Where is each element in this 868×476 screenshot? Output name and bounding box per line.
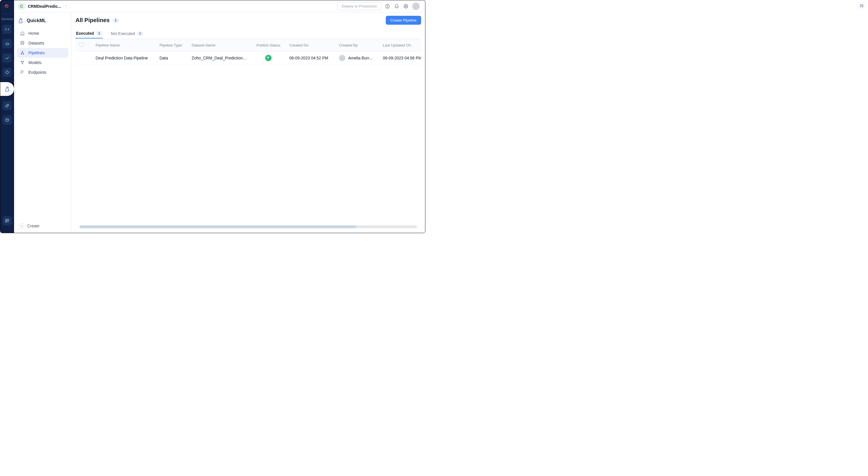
rail-item-cloud[interactable] <box>3 39 12 48</box>
tab-count-badge: 1 <box>96 31 102 35</box>
status-tabs: Executed 1 Not Executed 0 <box>75 29 421 39</box>
cloud-icon <box>5 41 9 46</box>
svg-point-2 <box>6 120 7 120</box>
col-dataset-name[interactable]: Dataset Name <box>188 39 252 51</box>
rail-item-metrics[interactable] <box>3 53 12 63</box>
sidebar-item-models[interactable]: Models <box>17 58 68 67</box>
sidebar-item-home[interactable]: Home <box>17 28 68 38</box>
svg-point-15 <box>21 61 22 62</box>
tab-executed[interactable]: Executed 1 <box>75 29 103 38</box>
settings-icon[interactable] <box>403 3 409 9</box>
user-avatar-small <box>339 55 345 61</box>
swirl-icon <box>4 3 10 9</box>
sidebar-item-label: Datasets <box>28 41 44 46</box>
svg-point-0 <box>8 87 9 88</box>
tab-not-executed[interactable]: Not Executed 0 <box>110 29 144 38</box>
table-head: Pipeline Name Pipeline Type Dataset Name… <box>75 39 421 51</box>
svg-point-13 <box>21 54 22 55</box>
rail-item-bot[interactable] <box>3 115 12 125</box>
svg-point-11 <box>21 41 24 42</box>
cell-created-by: Amelia Burr... <box>339 55 375 61</box>
tab-count-badge: 0 <box>137 32 143 36</box>
project-name: CRMDealPredic... <box>28 4 61 9</box>
sidebar-item-datasets[interactable]: Datasets <box>17 38 68 48</box>
cell-pipeline-type: Data <box>156 51 188 65</box>
user-avatar[interactable] <box>412 2 420 10</box>
cell-created-on: 06-09-2023 04:52 PM <box>285 51 335 65</box>
svg-rect-4 <box>6 219 7 220</box>
sidebar-item-label: Endpoints <box>28 70 46 75</box>
sidebar-item-pipelines[interactable]: Pipelines <box>17 48 68 58</box>
bot-icon <box>5 118 9 122</box>
apps-grid-icon <box>5 218 9 223</box>
table-row[interactable]: Deal Prediction Data Pipeline Data Zoho_… <box>75 51 421 65</box>
diamond-icon <box>5 70 9 75</box>
rail-item-code[interactable] <box>3 25 12 34</box>
create-label: Create <box>27 224 39 228</box>
database-icon <box>20 40 25 46</box>
deploy-button[interactable]: Deploy to Production <box>337 2 381 10</box>
pipelines-table-scroll[interactable]: Pipeline Name Pipeline Type Dataset Name… <box>75 39 421 224</box>
sidebar-item-label: Home <box>28 31 39 36</box>
cell-dataset-name: Zoho_CRM_Deal_Prediction_Sa... <box>188 51 252 65</box>
plus-icon: + <box>19 223 24 229</box>
col-created-by[interactable]: Created By <box>335 39 379 51</box>
top-bar: C CRMDealPredic... Deploy to Production <box>14 0 425 12</box>
svg-point-9 <box>405 5 407 7</box>
svg-point-1 <box>6 119 9 122</box>
rail-divider <box>4 13 11 14</box>
create-button[interactable]: + Create <box>17 221 68 229</box>
col-pipeline-name[interactable]: Pipeline Name <box>92 39 156 51</box>
total-count-badge: 1 <box>113 18 119 23</box>
project-chip: C <box>18 3 25 10</box>
chart-icon <box>5 56 9 60</box>
page-title: All Pipelines <box>75 17 110 24</box>
services-rail: Services <box>0 0 14 233</box>
sidebar-item-label: Pipelines <box>28 51 45 55</box>
col-created-on[interactable]: Created On <box>285 39 335 51</box>
svg-point-14 <box>23 54 24 55</box>
notifications-icon[interactable] <box>394 3 400 9</box>
svg-rect-6 <box>6 221 7 222</box>
quickml-sidebar: QuickML Home Datasets <box>14 12 71 233</box>
scroll-thumb[interactable] <box>80 226 356 228</box>
cell-pipeline-name: Deal Prediction Data Pipeline <box>92 51 156 65</box>
select-all-checkbox[interactable] <box>80 42 84 47</box>
cell-last-updated: 06-09-2023 04:56 PM <box>379 51 421 65</box>
home-icon <box>20 31 25 36</box>
main-column: C CRMDealPredic... Deploy to Production <box>14 0 425 233</box>
models-icon <box>20 60 25 65</box>
services-label: Services <box>1 17 13 21</box>
rail-item-workflow[interactable] <box>3 68 12 77</box>
chevron-down-icon <box>64 4 67 9</box>
col-publish-status[interactable]: Publish Status <box>251 39 285 51</box>
svg-point-17 <box>22 63 23 64</box>
sidebar-item-endpoints[interactable]: Endpoints <box>17 67 68 77</box>
flag-icon <box>20 70 25 75</box>
rail-item-quickml[interactable] <box>0 82 14 96</box>
link-icon <box>5 103 9 108</box>
help-icon[interactable] <box>384 3 391 9</box>
create-pipeline-button[interactable]: Create Pipeline <box>386 16 421 25</box>
brand-name: QuickML <box>27 18 46 23</box>
project-selector[interactable]: C CRMDealPredic... <box>18 3 67 10</box>
svg-rect-5 <box>7 219 9 220</box>
flask-icon <box>18 18 24 24</box>
svg-point-12 <box>22 51 23 52</box>
pipeline-icon <box>20 50 25 55</box>
pipelines-table: Pipeline Name Pipeline Type Dataset Name… <box>75 39 421 65</box>
rail-item-integrations[interactable] <box>3 101 12 110</box>
flask-icon <box>4 86 10 92</box>
rail-item-apps[interactable] <box>3 216 12 226</box>
code-icon <box>5 27 9 32</box>
col-last-updated[interactable]: Last Updated On <box>379 39 421 51</box>
status-ok-icon <box>265 55 272 61</box>
panel-header: All Pipelines 1 Create Pipeline <box>75 16 421 25</box>
brand: QuickML <box>17 16 68 28</box>
svg-point-3 <box>7 120 8 120</box>
created-by-name: Amelia Burr... <box>348 56 372 60</box>
horizontal-scrollbar[interactable] <box>80 226 417 228</box>
svg-point-16 <box>23 61 24 62</box>
tab-label: Not Executed <box>111 31 135 36</box>
col-pipeline-type[interactable]: Pipeline Type <box>156 39 188 51</box>
